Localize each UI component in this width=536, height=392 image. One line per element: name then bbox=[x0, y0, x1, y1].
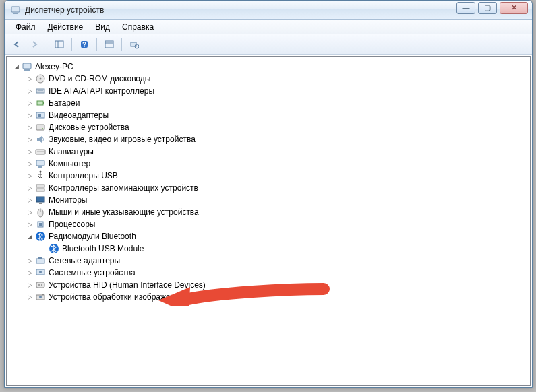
tree-category-label: Сетевые адаптеры bbox=[49, 256, 120, 265]
expand-icon[interactable]: ▷ bbox=[26, 75, 34, 83]
expand-icon[interactable]: ▷ bbox=[26, 87, 34, 95]
svg-rect-47 bbox=[42, 294, 44, 295]
svg-rect-15 bbox=[36, 89, 44, 93]
battery-icon bbox=[35, 98, 46, 108]
expand-icon[interactable]: ▷ bbox=[26, 208, 34, 216]
tree-category[interactable]: ▷Системные устройства bbox=[9, 267, 527, 279]
tree-category[interactable]: ▷Процессоры bbox=[9, 218, 527, 230]
properties-button[interactable] bbox=[101, 36, 117, 53]
svg-rect-35 bbox=[39, 223, 42, 226]
svg-rect-6 bbox=[105, 41, 113, 48]
tree-category-label: Устройства HID (Human Interface Devices) bbox=[49, 280, 206, 290]
mouse-icon bbox=[35, 207, 46, 218]
close-button[interactable]: ✕ bbox=[500, 2, 528, 14]
collapse-icon[interactable]: ◢ bbox=[12, 63, 20, 71]
tree-category[interactable]: ◢Радиомодули Bluetooth bbox=[9, 230, 527, 242]
tree-category[interactable]: ▷Мыши и иные указывающие устройства bbox=[9, 206, 527, 218]
expand-icon[interactable]: ▷ bbox=[26, 281, 34, 289]
svg-rect-28 bbox=[36, 185, 44, 187]
disc-icon bbox=[35, 73, 46, 84]
tree-category-label: Дисковые устройства bbox=[49, 123, 129, 132]
usb-icon bbox=[35, 170, 46, 181]
expand-icon[interactable]: ▷ bbox=[26, 148, 34, 156]
computer-icon bbox=[22, 61, 32, 72]
expand-icon[interactable]: ▷ bbox=[26, 293, 34, 301]
expand-icon[interactable]: ▷ bbox=[26, 172, 34, 180]
menu-view[interactable]: Вид bbox=[90, 21, 115, 33]
tree-category[interactable]: ▷Клавиатуры bbox=[9, 145, 527, 158]
window-controls: — ▢ ✕ bbox=[456, 2, 528, 14]
menu-help[interactable]: Справка bbox=[117, 21, 159, 33]
show-hide-tree-button[interactable] bbox=[51, 36, 67, 53]
tree-category-label: Компьютер bbox=[49, 159, 90, 168]
system-icon bbox=[35, 267, 46, 278]
expand-icon[interactable]: ▷ bbox=[26, 220, 34, 228]
svg-rect-17 bbox=[37, 101, 43, 105]
tree-category-label: Видеоадаптеры bbox=[49, 110, 109, 120]
tree-category[interactable]: ▷Контроллеры USB bbox=[9, 170, 527, 182]
disk-icon bbox=[35, 122, 46, 133]
network-icon bbox=[35, 255, 46, 266]
expand-icon[interactable]: ▷ bbox=[26, 257, 34, 265]
window-title: Диспетчер устройств bbox=[25, 5, 104, 15]
tree-category[interactable]: ▷Сетевые адаптеры bbox=[9, 255, 527, 267]
tree-category[interactable]: ▷Устройства обработки изображений bbox=[9, 291, 527, 303]
tree-root-node[interactable]: ◢Alexey-PC bbox=[9, 61, 527, 73]
tree-category[interactable]: ▷Дисковые устройства bbox=[9, 121, 527, 133]
expand-icon[interactable]: ▷ bbox=[26, 111, 34, 119]
expand-icon[interactable]: ▷ bbox=[26, 99, 34, 107]
svg-point-41 bbox=[39, 271, 42, 273]
keyboard-icon bbox=[35, 146, 46, 157]
storage-icon bbox=[35, 183, 46, 193]
menu-file[interactable]: Файл bbox=[10, 21, 41, 33]
tree-category-label: Мониторы bbox=[49, 195, 87, 205]
cpu-icon bbox=[35, 219, 46, 230]
svg-rect-20 bbox=[38, 114, 41, 117]
tree-category-label: DVD и CD-ROM дисководы bbox=[49, 74, 150, 84]
svg-point-46 bbox=[39, 296, 42, 298]
toolbar-separator bbox=[96, 38, 97, 51]
tree-category-label: Звуковые, видео и игровые устройства bbox=[49, 135, 196, 144]
back-button[interactable] bbox=[9, 36, 25, 53]
tree-category[interactable]: ▷Звуковые, видео и игровые устройства bbox=[9, 133, 527, 145]
menu-action[interactable]: Действие bbox=[42, 21, 89, 33]
svg-rect-0 bbox=[11, 7, 20, 12]
tree-root-label: Alexey-PC bbox=[35, 62, 73, 71]
svg-point-43 bbox=[38, 284, 40, 286]
tree-category-label: Устройства обработки изображений bbox=[49, 292, 184, 302]
expand-icon[interactable]: ▷ bbox=[26, 160, 34, 168]
svg-text:?: ? bbox=[82, 41, 86, 48]
video-icon bbox=[35, 110, 46, 121]
minimize-button[interactable]: — bbox=[456, 2, 475, 14]
tree-device[interactable]: Bluetooth USB Module bbox=[9, 242, 527, 255]
svg-rect-30 bbox=[36, 197, 44, 202]
ide-icon bbox=[35, 86, 46, 96]
tree-category-label: Системные устройства bbox=[49, 268, 136, 277]
svg-point-44 bbox=[41, 284, 42, 286]
device-tree-panel[interactable]: ◢Alexey-PC▷DVD и CD-ROM дисководы▷IDE AT… bbox=[6, 56, 531, 386]
tree-category[interactable]: ▷Контроллеры запоминающих устройств bbox=[9, 182, 527, 194]
expand-icon[interactable]: ▷ bbox=[26, 135, 34, 143]
scan-button[interactable] bbox=[126, 36, 142, 53]
tree-category[interactable]: ▷Видеоадаптеры bbox=[9, 109, 527, 121]
forward-button[interactable] bbox=[26, 36, 42, 53]
help-button[interactable]: ? bbox=[76, 36, 92, 53]
device-manager-window: Диспетчер устройств — ▢ ✕ Файл Действие … bbox=[4, 0, 533, 388]
titlebar: Диспетчер устройств — ▢ ✕ bbox=[5, 1, 532, 20]
tree-category[interactable]: ▷Батареи bbox=[9, 97, 527, 109]
tree-category[interactable]: ▷IDE ATA/ATAPI контроллеры bbox=[9, 85, 527, 97]
tree-category[interactable]: ▷Устройства HID (Human Interface Devices… bbox=[9, 279, 527, 291]
tree-category[interactable]: ▷DVD и CD-ROM дисководы bbox=[9, 73, 527, 85]
collapse-icon[interactable]: ◢ bbox=[26, 232, 34, 240]
expand-icon[interactable]: ▷ bbox=[26, 269, 34, 277]
maximize-button[interactable]: ▢ bbox=[478, 2, 497, 14]
monitor-icon bbox=[35, 195, 46, 205]
expand-icon[interactable]: ▷ bbox=[26, 123, 34, 131]
tree-category-label: Контроллеры запоминающих устройств bbox=[49, 183, 198, 193]
svg-rect-21 bbox=[36, 125, 44, 130]
tree-category[interactable]: ▷Компьютер bbox=[9, 158, 527, 170]
tree-category[interactable]: ▷Мониторы bbox=[9, 194, 527, 206]
expand-icon[interactable]: ▷ bbox=[26, 184, 34, 192]
expand-icon[interactable]: ▷ bbox=[26, 196, 34, 204]
tree-device-label: Bluetooth USB Module bbox=[62, 244, 144, 253]
